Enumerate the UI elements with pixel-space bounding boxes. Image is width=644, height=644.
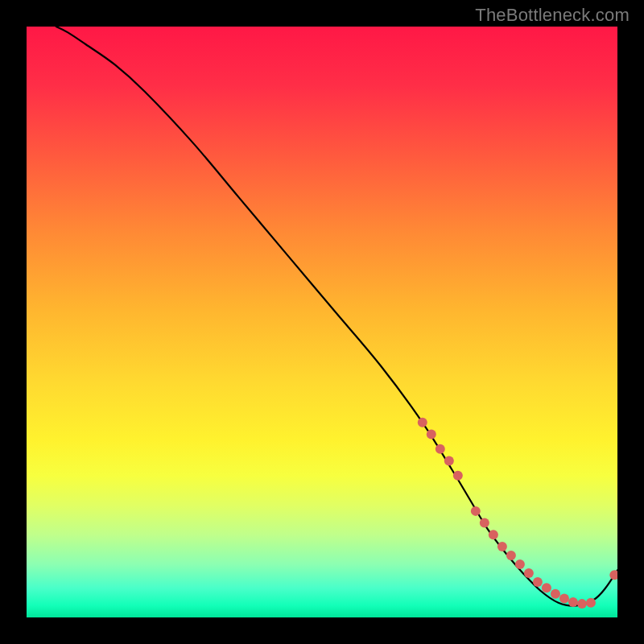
highlight-dot [427, 429, 436, 439]
highlight-dot [568, 597, 578, 607]
plot-area [27, 27, 617, 617]
curve-path [56, 27, 617, 606]
highlight-dot [524, 568, 534, 578]
highlight-dots-group [418, 418, 617, 609]
highlight-dot [551, 589, 560, 599]
chart-svg [27, 27, 617, 617]
highlight-dot [533, 577, 543, 587]
highlight-dot [577, 599, 587, 609]
highlight-dot [515, 559, 525, 569]
highlight-dot [497, 542, 507, 551]
highlight-dot [444, 456, 454, 465]
highlight-dot [471, 506, 481, 516]
chart-stage: TheBottleneck.com [0, 0, 644, 644]
highlight-dot [480, 518, 489, 528]
highlight-dot [559, 594, 569, 604]
highlight-dot [489, 530, 498, 539]
watermark-text: TheBottleneck.com [475, 5, 630, 26]
highlight-dot [418, 418, 427, 427]
highlight-dot [586, 598, 596, 608]
highlight-dot [436, 444, 445, 454]
highlight-dot [506, 551, 516, 560]
highlight-dot [542, 583, 551, 592]
highlight-dot [609, 570, 617, 580]
highlight-dot [453, 471, 463, 481]
